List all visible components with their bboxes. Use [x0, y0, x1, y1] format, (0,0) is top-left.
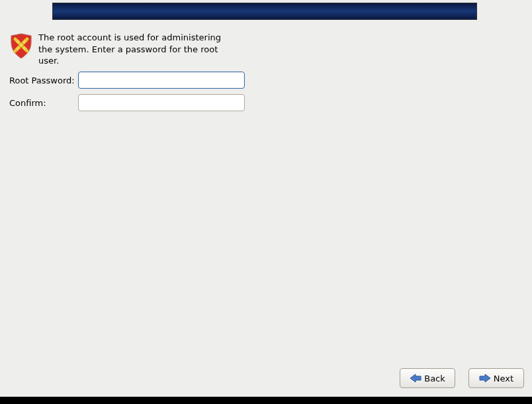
back-button-label: Back — [424, 374, 445, 383]
back-button[interactable]: Back — [400, 368, 455, 388]
next-button[interactable]: Next — [468, 368, 524, 388]
password-form: Root Password: Confirm: — [9, 72, 245, 117]
shield-icon — [9, 33, 33, 60]
svg-point-1 — [14, 38, 17, 40]
svg-point-0 — [19, 42, 23, 47]
svg-point-3 — [14, 50, 17, 52]
svg-point-4 — [26, 50, 28, 52]
root-password-input[interactable] — [78, 72, 245, 89]
navigation-buttons: Back Next — [400, 368, 524, 388]
info-row: The root account is used for administeri… — [9, 32, 238, 67]
confirm-input[interactable] — [78, 94, 245, 111]
arrow-right-icon — [479, 374, 491, 383]
confirm-label: Confirm: — [9, 98, 78, 108]
arrow-left-icon — [410, 374, 421, 383]
root-password-label: Root Password: — [9, 76, 78, 85]
info-text: The root account is used for administeri… — [38, 32, 238, 67]
header-banner — [52, 3, 477, 20]
svg-point-2 — [26, 38, 28, 40]
bottom-border — [0, 397, 532, 404]
next-button-label: Next — [494, 374, 513, 383]
